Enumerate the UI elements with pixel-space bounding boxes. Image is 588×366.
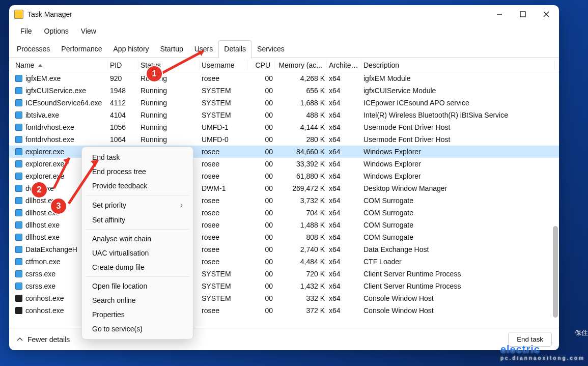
process-arch: x64 [327,98,361,108]
process-cpu: 00 [247,281,275,291]
process-icon [15,148,22,155]
process-name: fontdrvhost.exe [25,123,74,131]
process-cpu: 00 [247,98,275,108]
table-row[interactable]: igfxCUIService.exe1948RunningSYSTEM00656… [9,85,559,97]
table-row[interactable]: fontdrvhost.exe1064RunningUMFD-000280 Kx… [9,133,559,146]
process-memory: 280 K [275,134,327,145]
process-icon [15,234,22,241]
process-arch: x64 [327,305,361,316]
process-desc: COM Surrogate [361,232,555,242]
process-memory: 2,740 K [275,244,327,255]
process-desc: Usermode Font Driver Host [361,134,555,145]
process-desc: Console Window Host [361,293,555,303]
process-arch: x64 [327,171,361,181]
tab-performance[interactable]: Performance [55,40,107,58]
close-button[interactable] [535,7,558,22]
annotation-badge-1: 1 [147,66,162,81]
col-cpu[interactable]: CPU [247,60,275,71]
ctx-separator [86,276,189,277]
process-memory: 1,488 K [275,220,327,230]
process-pid: 4112 [108,98,138,108]
process-status: Running [138,134,200,145]
process-arch: x64 [327,281,361,291]
table-header[interactable]: Name PID Status Username CPU Memory (ac.… [9,58,559,72]
process-memory: 372 K [275,305,327,316]
maximize-icon [520,11,526,17]
tab-services[interactable]: Services [251,40,290,58]
table-row[interactable]: ibtsiva.exe4104RunningSYSTEM00488 Kx64In… [9,109,559,121]
process-memory: 1,432 K [275,281,327,291]
process-memory: 4,484 K [275,257,327,267]
process-user: rosee [200,305,247,316]
menu-view[interactable]: View [77,25,100,37]
process-cpu: 00 [247,147,275,157]
process-cpu: 00 [247,134,275,145]
ctx-properties[interactable]: Properties [82,307,193,322]
process-name: ibtsiva.exe [25,111,59,119]
process-cpu: 00 [247,171,275,181]
tab-details[interactable]: Details [218,40,251,58]
process-arch: x64 [327,208,361,218]
process-name: dllhost.exe [25,233,60,241]
process-name: fontdrvhost.exe [25,135,74,144]
process-status: Running [138,86,200,96]
process-memory: 1,688 K [275,98,327,108]
process-icon [15,111,22,119]
maximize-button[interactable] [511,7,535,22]
minimize-button[interactable] [488,7,511,22]
menubar: File Options View [9,23,559,39]
process-desc: Data Exchange Host [361,244,555,255]
process-arch: x64 [327,147,361,157]
table-row[interactable]: fontdrvhost.exe1056RunningUMFD-1004,144 … [9,121,559,133]
ctx-create-dump-file[interactable]: Create dump file [82,260,193,274]
col-name[interactable]: Name [13,60,108,71]
process-user: rosee [200,208,247,218]
ctx-open-file-location[interactable]: Open file location [82,279,193,293]
col-arch[interactable]: Architec... [327,60,361,71]
process-desc: CTF Loader [361,257,555,267]
process-desc: Usermode Font Driver Host [361,122,555,132]
process-memory: 488 K [275,110,327,120]
ctx-set-affinity[interactable]: Set affinity [82,213,193,227]
process-pid: 4104 [108,110,138,120]
ctx-uac-virtualisation[interactable]: UAC virtualisation [82,246,193,260]
titlebar[interactable]: Task Manager [9,5,559,23]
process-name: csrss.exe [25,270,55,278]
process-desc: Client Server Runtime Process [361,281,555,291]
process-name: igfxCUIService.exe [25,87,86,95]
process-user: rosee [200,232,247,242]
process-cpu: 00 [247,293,275,303]
tab-processes[interactable]: Processes [11,40,55,58]
ctx-go-to-services[interactable]: Go to service(s) [82,322,193,336]
col-pid[interactable]: PID [108,60,138,71]
fewer-details-link[interactable]: Fewer details [27,335,70,344]
process-cpu: 00 [247,159,275,169]
process-icon [15,258,22,265]
table-row[interactable]: ICEsoundService64.exe4112RunningSYSTEM00… [9,97,559,109]
process-user: rosee [200,244,247,255]
process-cpu: 00 [247,183,275,193]
process-icon [15,136,22,143]
process-desc: COM Surrogate [361,195,555,206]
process-desc: Console Window Host [361,305,555,316]
ctx-separator [86,229,189,230]
tab-app-history[interactable]: App history [108,40,155,58]
table-row[interactable]: igfxEM.exe920Runningrosee004,268 Kx64igf… [9,72,559,85]
process-icon [15,87,22,94]
menu-file[interactable]: File [16,25,36,37]
col-desc[interactable]: Description [361,60,555,71]
vertical-scrollbar-thumb[interactable] [553,226,558,318]
process-name: igfxEM.exe [25,74,61,82]
process-status: Running [138,122,200,132]
process-cpu: 00 [247,86,275,96]
ctx-analyse-wait-chain[interactable]: Analyse wait chain [82,232,193,246]
process-pid: 1056 [108,122,138,132]
menu-options[interactable]: Options [40,25,73,37]
ctx-search-online[interactable]: Search online [82,293,193,307]
process-desc: Client Server Runtime Process [361,269,555,279]
process-desc: igfxCUIService Module [361,86,555,96]
col-mem[interactable]: Memory (ac... [275,60,327,71]
process-arch: x64 [327,159,361,169]
process-user: UMFD-1 [200,122,247,132]
process-icon [15,160,22,167]
